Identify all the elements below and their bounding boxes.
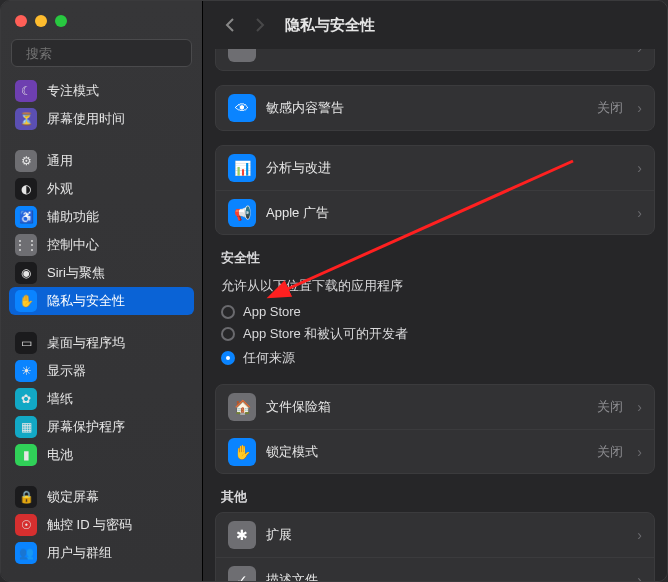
sidebar-item-icon: ☉ xyxy=(15,514,37,536)
sidebar-item-label: 触控 ID 与密码 xyxy=(47,516,132,534)
settings-row[interactable]: 👁敏感内容警告关闭› xyxy=(216,86,654,130)
sidebar-item-label: 用户与群组 xyxy=(47,544,112,562)
close-window-button[interactable] xyxy=(15,15,27,27)
sidebar-item-icon: ✋ xyxy=(15,290,37,312)
settings-group: 📊分析与改进›📢Apple 广告› xyxy=(215,145,655,235)
settings-row[interactable]: ✋锁定模式关闭› xyxy=(216,429,654,473)
sidebar-item[interactable]: ✿墙纸 xyxy=(9,385,194,413)
sidebar-item-label: 墙纸 xyxy=(47,390,73,408)
row-label: 分析与改进 xyxy=(266,159,623,177)
settings-row[interactable]: 📊分析与改进› xyxy=(216,146,654,190)
section-heading-security: 安全性 xyxy=(221,249,649,267)
chevron-right-icon: › xyxy=(637,527,642,543)
settings-row[interactable]: 🏠文件保险箱关闭› xyxy=(216,385,654,429)
row-icon: 📢 xyxy=(228,199,256,227)
sidebar-item[interactable]: 🔒锁定屏幕 xyxy=(9,483,194,511)
radio-label: App Store 和被认可的开发者 xyxy=(243,325,408,343)
sidebar-item[interactable]: ◉Siri与聚焦 xyxy=(9,259,194,287)
sidebar-item-icon: ☀ xyxy=(15,360,37,382)
sidebar-item-icon: ▭ xyxy=(15,332,37,354)
window-traffic-lights xyxy=(1,1,202,37)
sidebar-item-icon: 👥 xyxy=(15,542,37,564)
row-icon: 🏠 xyxy=(228,393,256,421)
allow-apps-block: 允许从以下位置下载的应用程序 App StoreApp Store 和被认可的开… xyxy=(215,273,655,384)
row-label: 敏感内容警告 xyxy=(266,99,587,117)
sidebar-item-icon: ⏳ xyxy=(15,108,37,130)
radio-label: App Store xyxy=(243,304,301,319)
sidebar-item-icon: 🔒 xyxy=(15,486,37,508)
sidebar-item[interactable]: ◐外观 xyxy=(9,175,194,203)
toolbar: 隐私与安全性 xyxy=(203,1,667,49)
row-label: 锁定模式 xyxy=(266,443,587,461)
sidebar-item-icon: ✿ xyxy=(15,388,37,410)
chevron-right-icon: › xyxy=(637,444,642,460)
chevron-right-icon: › xyxy=(637,399,642,415)
row-label: 描述文件 xyxy=(266,571,623,582)
forward-button[interactable] xyxy=(247,12,273,38)
sidebar-item-label: 桌面与程序坞 xyxy=(47,334,125,352)
page-title: 隐私与安全性 xyxy=(285,16,375,35)
chevron-right-icon: › xyxy=(637,205,642,221)
sidebar-item-label: 隐私与安全性 xyxy=(47,292,125,310)
sidebar-item-label: 控制中心 xyxy=(47,236,99,254)
sidebar-item[interactable]: ▮电池 xyxy=(9,441,194,469)
zoom-window-button[interactable] xyxy=(55,15,67,27)
sidebar-item[interactable]: ☾专注模式 xyxy=(9,77,194,105)
settings-row[interactable]: ✱扩展› xyxy=(216,513,654,557)
back-button[interactable] xyxy=(217,12,243,38)
row-icon: ✱ xyxy=(228,521,256,549)
sidebar-item-label: Siri与聚焦 xyxy=(47,264,105,282)
sidebar-item-icon: ♿ xyxy=(15,206,37,228)
settings-row[interactable]: ✓描述文件› xyxy=(216,557,654,581)
sidebar-item-label: 辅助功能 xyxy=(47,208,99,226)
sidebar-item-label: 通用 xyxy=(47,152,73,170)
sidebar: ☾专注模式⏳屏幕使用时间⚙通用◐外观♿辅助功能⋮⋮控制中心◉Siri与聚焦✋隐私… xyxy=(1,1,203,581)
system-settings-window: ☾专注模式⏳屏幕使用时间⚙通用◐外观♿辅助功能⋮⋮控制中心◉Siri与聚焦✋隐私… xyxy=(0,0,668,582)
sidebar-item[interactable]: 👥用户与群组 xyxy=(9,539,194,567)
sidebar-item[interactable]: ⚙通用 xyxy=(9,147,194,175)
sidebar-item[interactable]: ⋮⋮控制中心 xyxy=(9,231,194,259)
sidebar-item-label: 外观 xyxy=(47,180,73,198)
settings-group: 🏠文件保险箱关闭›✋锁定模式关闭› xyxy=(215,384,655,474)
allow-apps-description: 允许从以下位置下载的应用程序 xyxy=(221,277,649,295)
minimize-window-button[interactable] xyxy=(35,15,47,27)
settings-group: 👁敏感内容警告关闭› xyxy=(215,85,655,131)
content-pane: 隐私与安全性 ⋯ › 👁敏感内容警告关闭› 📊分析与改进›📢Apple 广告› … xyxy=(203,1,667,581)
settings-row[interactable]: ⋯ › xyxy=(216,49,654,70)
sidebar-item[interactable]: ▦屏幕保护程序 xyxy=(9,413,194,441)
settings-row[interactable]: 📢Apple 广告› xyxy=(216,190,654,234)
sidebar-item-label: 电池 xyxy=(47,446,73,464)
radio-icon xyxy=(221,305,235,319)
row-label: 扩展 xyxy=(266,526,623,544)
sidebar-item-icon: ⚙ xyxy=(15,150,37,172)
search-field[interactable] xyxy=(11,39,192,67)
sidebar-item[interactable]: ⏳屏幕使用时间 xyxy=(9,105,194,133)
row-label: Apple 广告 xyxy=(266,204,623,222)
row-icon: 📊 xyxy=(228,154,256,182)
allow-apps-option[interactable]: App Store xyxy=(221,301,649,322)
sidebar-item[interactable]: ✋隐私与安全性 xyxy=(9,287,194,315)
sidebar-item[interactable]: ▭桌面与程序坞 xyxy=(9,329,194,357)
chevron-right-icon: › xyxy=(637,572,642,582)
sidebar-item-icon: ◉ xyxy=(15,262,37,284)
sidebar-item-icon: ⋮⋮ xyxy=(15,234,37,256)
sidebar-item-label: 屏幕保护程序 xyxy=(47,418,125,436)
section-heading-other: 其他 xyxy=(221,488,649,506)
radio-label: 任何来源 xyxy=(243,349,295,367)
sidebar-item[interactable]: ☀显示器 xyxy=(9,357,194,385)
allow-apps-option[interactable]: App Store 和被认可的开发者 xyxy=(221,322,649,346)
chevron-right-icon: › xyxy=(637,100,642,116)
search-input[interactable] xyxy=(26,46,194,61)
sidebar-item-label: 屏幕使用时间 xyxy=(47,110,125,128)
sidebar-list: ☾专注模式⏳屏幕使用时间⚙通用◐外观♿辅助功能⋮⋮控制中心◉Siri与聚焦✋隐私… xyxy=(1,77,202,581)
settings-scroll[interactable]: ⋯ › 👁敏感内容警告关闭› 📊分析与改进›📢Apple 广告› 安全性 允许从… xyxy=(203,49,667,581)
sidebar-item-icon: ☾ xyxy=(15,80,37,102)
allow-apps-option[interactable]: 任何来源 xyxy=(221,346,649,370)
sidebar-item[interactable]: ☉触控 ID 与密码 xyxy=(9,511,194,539)
sidebar-item-icon: ◐ xyxy=(15,178,37,200)
chevron-right-icon: › xyxy=(637,160,642,176)
row-status: 关闭 xyxy=(597,443,623,461)
sidebar-item[interactable]: ♿辅助功能 xyxy=(9,203,194,231)
sidebar-item-label: 专注模式 xyxy=(47,82,99,100)
row-icon: ⋯ xyxy=(228,49,256,62)
